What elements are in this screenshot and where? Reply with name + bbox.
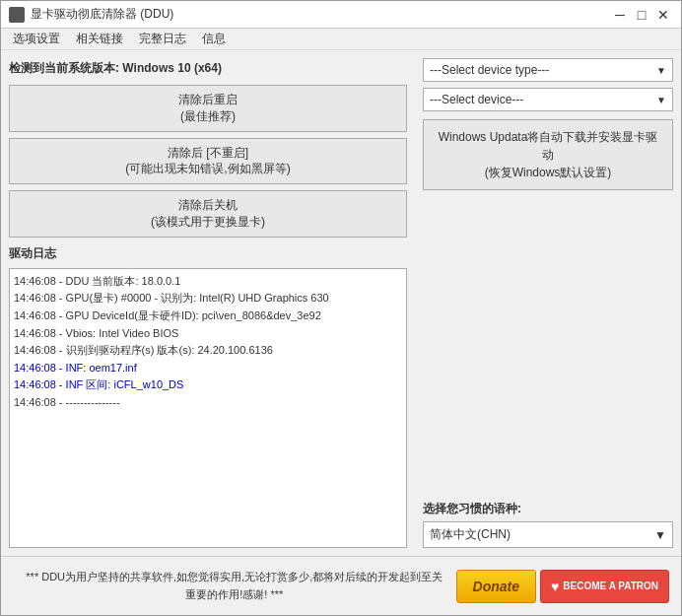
log-line: 14:46:08 - INF: oem17.inf xyxy=(14,360,402,377)
language-label: 选择您习惯的语种: xyxy=(423,501,673,517)
log-area: 14:46:08 - DDU 当前版本: 18.0.0.1 14:46:08 -… xyxy=(9,268,407,548)
patron-button[interactable]: ♥ BECOME A PATRON xyxy=(540,570,669,603)
device-type-select[interactable]: ---Select device type--- ▼ xyxy=(423,58,673,82)
log-line: 14:46:08 - --------------- xyxy=(14,394,402,412)
menu-options[interactable]: 选项设置 xyxy=(5,29,68,49)
donate-button[interactable]: Donate xyxy=(456,570,536,603)
log-line: 14:46:08 - GPU DeviceId(显卡硬件ID): pci\ven… xyxy=(14,308,402,325)
language-select[interactable]: 简体中文(CHN) ▼ xyxy=(423,521,673,548)
maximize-button[interactable]: □ xyxy=(632,5,651,25)
log-line: 14:46:08 - Vbios: Intel Video BIOS xyxy=(14,325,402,343)
main-content: 检测到当前系统版本: Windows 10 (x64) 清除后重启清除后重启 (… xyxy=(1,50,681,556)
clean-no-restart-button[interactable]: 清除后 [不重启](可能出现未知错误,例如黑屏等) xyxy=(9,138,407,185)
system-version-label: 检测到当前系统版本: Windows 10 (x64) xyxy=(9,58,407,79)
device-select[interactable]: ---Select device--- ▼ xyxy=(423,88,673,111)
log-label: 驱动日志 xyxy=(9,245,407,262)
footer-text: *** DDU为用户坚持的共享软件,如您觉得实用,无论打赏多少,都将对后续的开发… xyxy=(13,569,456,603)
heart-icon: ♥ xyxy=(551,579,559,594)
window-title: 显卡驱动彻底清除器 (DDU) xyxy=(31,6,173,23)
chevron-down-icon: ▼ xyxy=(656,95,666,105)
log-line: 14:46:08 - GPU(显卡) #0000 - 识别为: Intel(R)… xyxy=(14,290,402,308)
footer: *** DDU为用户坚持的共享软件,如您觉得实用,无论打赏多少,都将对后续的开发… xyxy=(1,556,681,615)
menu-links[interactable]: 相关链接 xyxy=(68,29,131,49)
menu-bar: 选项设置 相关链接 完整日志 信息 xyxy=(1,29,681,50)
language-section: 选择您习惯的语种: 简体中文(CHN) ▼ xyxy=(423,501,673,548)
chevron-down-icon: ▼ xyxy=(654,528,666,542)
footer-buttons: Donate ♥ BECOME A PATRON xyxy=(456,570,669,603)
main-window: 显卡驱动彻底清除器 (DDU) ─ □ ✕ 选项设置 相关链接 完整日志 信息 … xyxy=(0,0,682,616)
log-line: 14:46:08 - 识别到驱动程序(s) 版本(s): 24.20.100.6… xyxy=(14,342,402,360)
menu-full-log[interactable]: 完整日志 xyxy=(131,29,194,49)
minimize-button[interactable]: ─ xyxy=(610,5,630,25)
windows-update-button[interactable]: Windows Updata将自动下载并安装显卡驱动(恢复Windows默认设置… xyxy=(423,119,673,190)
right-panel: ---Select device type--- ▼ ---Select dev… xyxy=(415,50,681,556)
log-line: 14:46:08 - INF 区间: iCFL_w10_DS xyxy=(14,376,402,394)
app-icon xyxy=(9,7,25,23)
close-button[interactable]: ✕ xyxy=(653,5,673,25)
menu-info[interactable]: 信息 xyxy=(194,29,234,49)
chevron-down-icon: ▼ xyxy=(656,65,666,76)
window-controls: ─ □ ✕ xyxy=(610,5,673,25)
clean-shutdown-button[interactable]: 清除后关机(该模式用于更换显卡) xyxy=(9,190,407,238)
clean-restart-button[interactable]: 清除后重启清除后重启 (最佳推荐)(最佳推荐) xyxy=(9,85,407,132)
log-line: 14:46:08 - DDU 当前版本: 18.0.0.1 xyxy=(14,273,402,291)
title-bar: 显卡驱动彻底清除器 (DDU) ─ □ ✕ xyxy=(1,1,681,29)
left-panel: 检测到当前系统版本: Windows 10 (x64) 清除后重启清除后重启 (… xyxy=(1,50,415,556)
